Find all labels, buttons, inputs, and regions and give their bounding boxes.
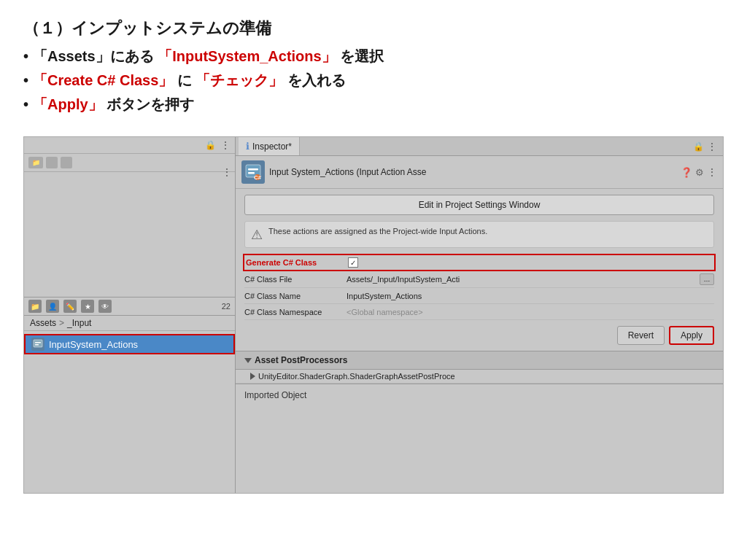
assets-toolbar: 📁 👤 ✏️ ★ 👁 22 bbox=[24, 298, 235, 316]
star-icon[interactable]: ★ bbox=[81, 300, 94, 313]
breadcrumb-assets[interactable]: Assets bbox=[30, 318, 56, 328]
csharp-file-row: C# Class File Assets/_Input/InputSystem_… bbox=[244, 271, 714, 288]
edit-project-settings-button[interactable]: Edit in Project Settings Window bbox=[244, 195, 714, 215]
post-processor-item[interactable]: UnityEditor.ShaderGraph.ShaderGraphAsset… bbox=[236, 370, 723, 384]
inspector-tab-icons: 🔒 ⋮ bbox=[693, 141, 720, 152]
asset-count: 22 bbox=[222, 302, 231, 311]
top-panel-header: 🔒 ⋮ bbox=[24, 137, 235, 154]
collapse-triangle-icon bbox=[244, 358, 252, 363]
asset-type-icon bbox=[31, 338, 44, 351]
csharp-name-row: C# Class Name InputSystem_Actions bbox=[244, 288, 714, 304]
revert-button[interactable]: Revert bbox=[617, 326, 665, 345]
asset-item-name: InputSystem_Actions bbox=[49, 339, 138, 350]
warning-box: ⚠ These actions are assigned as the Proj… bbox=[244, 221, 714, 248]
file-browse-button[interactable]: … bbox=[700, 273, 714, 285]
inspector-tab-label: Inspector* bbox=[252, 141, 292, 152]
csharp-name-value: InputSystem_Actions bbox=[347, 292, 714, 300]
breadcrumb-folder[interactable]: _Input bbox=[67, 318, 91, 328]
bullet-3-text: 「Apply」 ボタンを押す bbox=[33, 95, 194, 114]
file-browser-toolbar: 📁 bbox=[24, 154, 235, 172]
inspector-asset-name: Input System_Actions (Input Action Asse bbox=[269, 167, 676, 177]
eye-icon[interactable]: 👁 bbox=[98, 300, 112, 313]
post-processors-section-header[interactable]: Asset PostProcessors bbox=[236, 351, 723, 370]
folder-nav-icon[interactable]: 📁 bbox=[28, 300, 42, 313]
bullet-1: 「Assets」にある 「InputSystem_Actions」 を選択 bbox=[23, 47, 724, 66]
inspector-header: C# Input System_Actions (Input Action As… bbox=[236, 156, 723, 189]
page-title: （１）インプットシステムの準備 bbox=[23, 18, 724, 39]
revert-apply-row: Revert Apply bbox=[236, 320, 723, 351]
more-options-icon[interactable]: ⋮ bbox=[220, 139, 231, 151]
person-icon[interactable]: 👤 bbox=[46, 300, 59, 313]
inspector-tab[interactable]: ℹ Inspector* bbox=[239, 137, 300, 155]
breadcrumb-separator: > bbox=[59, 318, 64, 328]
csharp-namespace-value: <Global namespace> bbox=[347, 308, 714, 316]
imported-object-label: Imported Object bbox=[244, 390, 306, 400]
expand-icon bbox=[250, 373, 255, 380]
csharp-file-label: C# Class File bbox=[244, 275, 347, 284]
post-processors-label: Asset PostProcessors bbox=[255, 355, 347, 365]
breadcrumb-bar: Assets > _Input bbox=[24, 316, 235, 331]
pencil-icon[interactable]: ✏️ bbox=[63, 300, 77, 313]
instruction-area: （１）インプットシステムの準備 「Assets」にある 「InputSystem… bbox=[0, 0, 747, 131]
bullet-2-text: 「Create C# Class」 に 「チェック」 を入れる bbox=[33, 71, 346, 90]
bullet-1-text: 「Assets」にある 「InputSystem_Actions」 を選択 bbox=[33, 47, 384, 66]
warning-icon: ⚠ bbox=[251, 227, 263, 243]
warning-message: These actions are assigned as the Projec… bbox=[268, 226, 487, 237]
asset-large-icon: C# bbox=[241, 160, 265, 184]
inspector-panel: ℹ Inspector* 🔒 ⋮ C# Input System_Acti bbox=[236, 137, 723, 493]
settings-icon[interactable]: ⚙ bbox=[695, 167, 704, 178]
generate-csharp-label: Generate C# Class bbox=[246, 258, 348, 267]
inspector-header-icons: ❓ ⚙ ⋮ bbox=[681, 166, 717, 178]
lock-icon: 🔒 bbox=[205, 140, 216, 150]
imported-object-section: Imported Object bbox=[236, 384, 723, 406]
post-processor-name: UnityEditor.ShaderGraph.ShaderGraphAsset… bbox=[258, 372, 455, 381]
nav-icon-2[interactable] bbox=[61, 157, 72, 168]
folder-icon: 📁 bbox=[28, 157, 43, 168]
csharp-namespace-row: C# Class Namespace <Global namespace> bbox=[244, 304, 714, 320]
left-panel-top: 🔒 ⋮ 📁 ⋮ bbox=[24, 137, 235, 298]
nav-icon[interactable] bbox=[46, 157, 58, 168]
more-tab-icon[interactable]: ⋮ bbox=[707, 141, 717, 152]
csharp-namespace-label: C# Class Namespace bbox=[244, 308, 347, 316]
unity-editor-screenshot: 🔒 ⋮ 📁 ⋮ 📁 👤 ✏️ ★ 👁 22 Asse bbox=[23, 136, 724, 494]
csharp-name-label: C# Class Name bbox=[244, 292, 347, 300]
more-header-icon[interactable]: ⋮ bbox=[707, 166, 717, 178]
svg-rect-2 bbox=[35, 344, 39, 346]
title-text: （１）インプットシステムの準備 bbox=[23, 19, 271, 37]
apply-button[interactable]: Apply bbox=[669, 326, 714, 345]
svg-rect-4 bbox=[248, 168, 258, 171]
left-panel-bottom: 📁 👤 ✏️ ★ 👁 22 Assets > _Input bbox=[24, 298, 235, 493]
inspector-fields: Generate C# Class ✓ C# Class File Assets… bbox=[236, 254, 723, 320]
inspector-body: Edit in Project Settings Window ⚠ These … bbox=[236, 189, 723, 493]
info-icon: ℹ bbox=[246, 141, 249, 152]
side-dots-icon[interactable]: ⋮ bbox=[222, 166, 232, 178]
generate-csharp-checkbox[interactable]: ✓ bbox=[348, 257, 358, 268]
bullet-2: 「Create C# Class」 に 「チェック」 を入れる bbox=[23, 71, 724, 90]
svg-rect-1 bbox=[35, 342, 41, 343]
assets-list: InputSystem_Actions bbox=[24, 331, 235, 357]
lock-tab-icon: 🔒 bbox=[693, 141, 704, 152]
svg-text:C#: C# bbox=[254, 174, 261, 180]
csharp-file-value: Assets/_Input/InputSystem_Acti bbox=[347, 275, 700, 284]
help-icon[interactable]: ❓ bbox=[681, 167, 692, 178]
bullet-list: 「Assets」にある 「InputSystem_Actions」 を選択 「C… bbox=[23, 47, 724, 114]
asset-item-input-system-actions[interactable]: InputSystem_Actions bbox=[24, 334, 235, 354]
bullet-3: 「Apply」 ボタンを押す bbox=[23, 95, 724, 114]
left-panel: 🔒 ⋮ 📁 ⋮ 📁 👤 ✏️ ★ 👁 22 Asse bbox=[24, 137, 236, 493]
svg-rect-0 bbox=[34, 340, 42, 347]
inspector-tab-bar: ℹ Inspector* 🔒 ⋮ bbox=[236, 137, 723, 156]
generate-csharp-row: Generate C# Class ✓ bbox=[243, 254, 716, 271]
